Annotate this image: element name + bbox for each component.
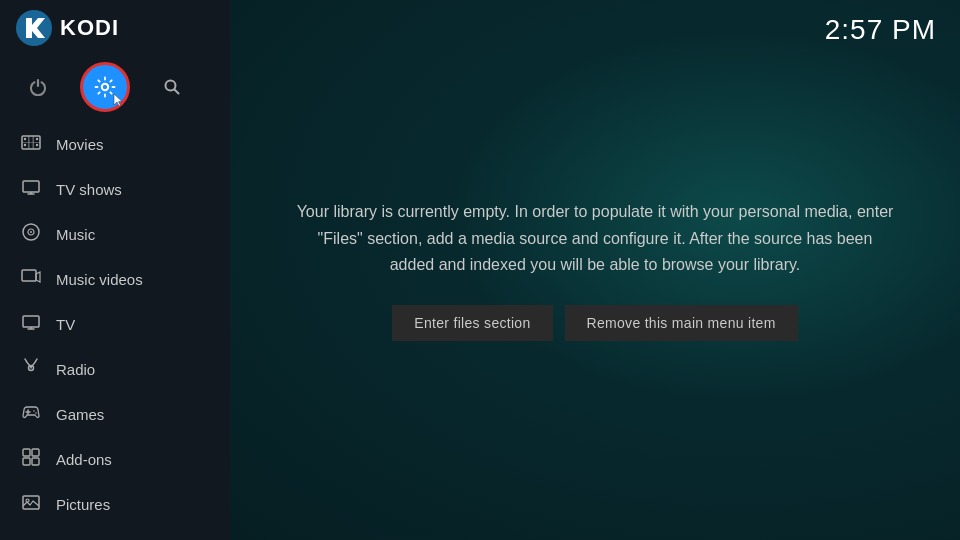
pictures-label: Pictures	[56, 496, 110, 513]
enter-files-button[interactable]: Enter files section	[392, 305, 552, 341]
kodi-logo-icon	[16, 10, 52, 46]
music-icon	[20, 222, 42, 247]
svg-point-27	[33, 410, 35, 412]
sidebar-item-movies[interactable]: Movies	[0, 122, 230, 167]
svg-rect-29	[23, 449, 30, 456]
settings-button[interactable]	[80, 62, 130, 112]
sidebar-item-tv[interactable]: TV	[0, 302, 230, 347]
action-buttons-row: Enter files section Remove this main men…	[295, 305, 895, 341]
svg-point-2	[102, 84, 108, 90]
svg-point-18	[30, 231, 32, 233]
search-button[interactable]	[150, 65, 194, 109]
empty-library-message: Your library is currently empty. In orde…	[295, 199, 895, 278]
sidebar-item-pictures[interactable]: Pictures	[0, 482, 230, 527]
app-title: KODI	[60, 15, 119, 41]
add-ons-label: Add-ons	[56, 451, 112, 468]
movies-icon	[20, 132, 42, 157]
music-videos-label: Music videos	[56, 271, 143, 288]
sidebar: KODI	[0, 0, 230, 540]
search-icon	[163, 78, 181, 96]
radio-icon	[20, 357, 42, 382]
time-display: 2:57 PM	[825, 14, 936, 46]
sidebar-item-music[interactable]: Music	[0, 212, 230, 257]
svg-rect-30	[32, 449, 39, 456]
sidebar-item-music-videos[interactable]: Music videos	[0, 257, 230, 302]
movies-label: Movies	[56, 136, 104, 153]
power-button[interactable]	[16, 65, 60, 109]
tv-shows-label: TV shows	[56, 181, 122, 198]
svg-point-24	[30, 367, 32, 369]
svg-point-6	[24, 138, 26, 140]
svg-point-28	[35, 412, 37, 414]
svg-point-9	[36, 144, 38, 146]
games-label: Games	[56, 406, 104, 423]
nav-list: Movies TV shows Music	[0, 122, 230, 540]
svg-rect-13	[23, 181, 39, 192]
svg-rect-31	[23, 458, 30, 465]
tv-label: TV	[56, 316, 75, 333]
music-label: Music	[56, 226, 95, 243]
main-content: 2:57 PM Your library is currently empty.…	[230, 0, 960, 540]
sidebar-item-add-ons[interactable]: Add-ons	[0, 437, 230, 482]
tv-shows-icon	[20, 177, 42, 202]
games-icon	[20, 402, 42, 427]
power-icon	[29, 78, 47, 96]
sidebar-item-radio[interactable]: Radio	[0, 347, 230, 392]
remove-menu-item-button[interactable]: Remove this main menu item	[565, 305, 798, 341]
app-header: KODI	[0, 0, 230, 56]
sidebar-item-tv-shows[interactable]: TV shows	[0, 167, 230, 212]
music-videos-icon	[20, 267, 42, 292]
empty-library-container: Your library is currently empty. In orde…	[275, 179, 915, 360]
pictures-icon	[20, 492, 42, 517]
svg-point-34	[26, 499, 29, 502]
radio-label: Radio	[56, 361, 95, 378]
tv-icon	[20, 312, 42, 337]
sidebar-item-games[interactable]: Games	[0, 392, 230, 437]
settings-icon	[94, 76, 116, 98]
svg-rect-20	[23, 316, 39, 327]
svg-rect-33	[23, 496, 39, 509]
svg-point-7	[24, 144, 26, 146]
svg-rect-19	[22, 270, 36, 281]
svg-point-8	[36, 138, 38, 140]
svg-rect-32	[32, 458, 39, 465]
addons-icon	[20, 447, 42, 472]
top-icon-bar	[0, 56, 230, 122]
